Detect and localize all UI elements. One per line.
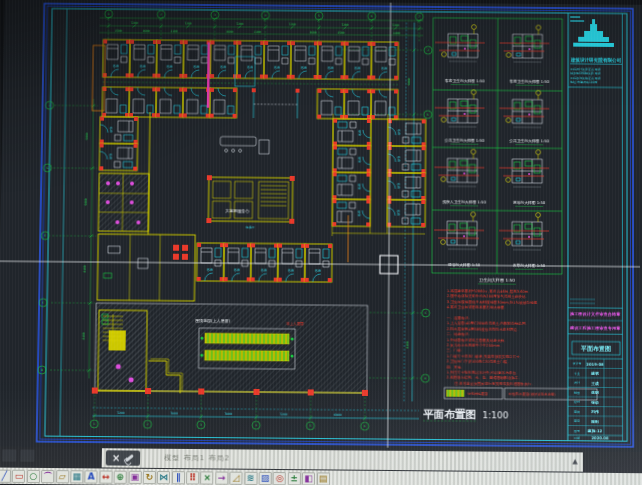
svg-text:3600: 3600 [143, 29, 150, 33]
spline-icon[interactable]: ≋ [244, 471, 257, 484]
svg-text:1: 1 [93, 422, 95, 426]
svg-text:2.图中墙体除注明外均为200厚加气混凝土砌块墙。: 2.图中墙体除注明外均为200厚加气混凝土砌块墙。 [447, 294, 529, 300]
svg-text:1: 1 [108, 12, 110, 16]
svg-text:7200: 7200 [184, 22, 191, 26]
move-icon[interactable]: → [215, 471, 228, 484]
offset-icon[interactable]: ∥ [172, 471, 185, 484]
svg-text:A: A [41, 368, 43, 372]
svg-text:9000: 9000 [85, 133, 89, 140]
svg-text:3: 3 [200, 423, 202, 427]
svg-text:G: G [427, 113, 429, 117]
svg-text:一、屋面做法:: 一、屋面做法: [447, 315, 470, 320]
svg-text:2: 2 [160, 13, 162, 17]
chamfer-icon[interactable]: ◿ [230, 471, 243, 484]
region-icon[interactable]: ▣ [128, 470, 141, 483]
svg-text:2.防水层采用4厚SBS改性沥青防水卷材两道。: 2.防水层采用4厚SBS改性沥青防水卷材两道。 [447, 326, 521, 332]
svg-text:6: 6 [364, 425, 366, 429]
array-icon[interactable]: ⠿ [186, 471, 199, 484]
svg-text:刘伟: 刘伟 [590, 410, 599, 415]
detail-caption: 布草间大样图 1:50 [513, 263, 546, 268]
svg-text:1.上人屋面:40厚C20细石混凝土,内配双向钢筋网。: 1.上人屋面:40厚C20细石混凝土,内配双向钢筋网。 [447, 321, 529, 327]
scroll-up-arrow[interactable]: ▲ [572, 457, 577, 465]
svg-text:1.门窗尺寸详见门窗表,安装前须核实洞口尺寸。: 1.门窗尺寸详见门窗表,安装前须核实洞口尺寸。 [446, 353, 523, 359]
solid-hatch-icon[interactable]: ▨ [259, 471, 272, 484]
svg-text:3.卫生间楼地面低于相邻楼地面30mm,找1%坡坡向地漏。: 3.卫生间楼地面低于相邻楼地面30mm,找1%坡坡向地漏。 [447, 299, 541, 305]
cad-canvas[interactable]: 客房 [0, 0, 642, 452]
ghost-icon [2, 449, 16, 461]
svg-text:7200: 7200 [236, 22, 243, 26]
svg-text:4.客房卫生间详图见本图右侧大样图。: 4.客房卫生间详图见本图右侧大样图。 [447, 304, 508, 310]
svg-text:绿化种植屋面: 绿化种植屋面 [467, 391, 488, 396]
svg-text:G: G [47, 166, 49, 170]
detail-caption: 淋浴间大样图 1:50 [513, 200, 546, 205]
plan-title: 平面布置图 1:100 [423, 408, 509, 422]
donut-icon[interactable]: ◎ [273, 471, 286, 484]
mirror-icon[interactable]: ⋈ [157, 470, 170, 483]
lobby-label: 大堂吧服务台 [225, 208, 249, 213]
svg-text:1500: 1500 [337, 31, 344, 35]
rotate-icon[interactable]: ↻ [143, 470, 156, 483]
svg-text:2019-08: 2019-08 [586, 362, 604, 367]
floating-toolbar: × [106, 450, 141, 465]
hatch-icon[interactable]: ▦ [70, 470, 83, 483]
svg-text:2: 2 [147, 423, 149, 427]
circle-icon[interactable]: ○ [27, 469, 40, 482]
svg-text:建筑: 建筑 [590, 371, 599, 376]
layer-icon[interactable]: ▤ [317, 472, 330, 485]
osnap-icon[interactable]: ⊕ [114, 470, 127, 483]
text-icon[interactable]: A [85, 470, 98, 483]
close-icon[interactable]: × [112, 453, 121, 463]
svg-text:2400: 2400 [393, 31, 400, 35]
plan-scale-text: 1:100 [482, 410, 508, 420]
svg-text:6: 6 [371, 15, 373, 19]
svg-text:7800: 7800 [170, 411, 178, 415]
svg-text:刚性防水屋面(做法详见总说明): 刚性防水屋面(做法详见总说明) [509, 392, 557, 397]
svg-text:2.女儿墙泛水高度不小于250mm。: 2.女儿墙泛水高度不小于250mm。 [447, 342, 504, 348]
svg-text:图号: 图号 [574, 429, 580, 433]
terrace-label: 屋顶花园(上人屋面) [195, 318, 231, 323]
svg-text:6900: 6900 [334, 413, 342, 417]
svg-text:2020.06: 2020.06 [591, 436, 609, 441]
wrench-icon[interactable] [125, 454, 134, 462]
svg-text:J: J [49, 104, 51, 108]
terrace-note: 非上人屋面 [286, 322, 304, 326]
svg-text:7: 7 [418, 15, 420, 19]
layout-tabs[interactable]: 模型 布局1 布局2 [164, 453, 230, 464]
core-label: 电梯厅 [246, 225, 255, 229]
polygon-icon[interactable]: ▱ [56, 470, 69, 483]
bottom-ui-area: × 模型 布局1 布局2 ▲ ╱ ▭ ○ ⌒ ▱ ▦ A ↔ ⊕ ▣ ↻ ⋈ ∥… [0, 446, 642, 485]
svg-text:2.卫生间门下设100高C20混凝土门槛。: 2.卫生间门下设100高C20混凝土门槛。 [446, 359, 510, 365]
detail-caption: 清洁间大样图 1:50 [448, 262, 481, 267]
svg-text:张华: 张华 [591, 400, 599, 405]
svg-text:日期: 日期 [574, 437, 580, 441]
svg-text:王成: 王成 [590, 381, 599, 386]
svg-text:注:未尽事宜按国家现行有关规范及标准图集执行。: 注:未尽事宜按国家现行有关规范及标准图集执行。 [454, 381, 535, 387]
monitor-photo: 客房 [0, 0, 642, 485]
svg-text:7200: 7200 [341, 23, 348, 27]
viewport-icon[interactable]: ◧ [302, 472, 315, 485]
svg-text:8400: 8400 [83, 265, 87, 272]
svg-text:7800: 7800 [224, 412, 232, 416]
erase-icon[interactable]: × [201, 471, 214, 484]
review-stamp: 建设工程施工图审查专用章 [569, 325, 621, 330]
svg-text:校对: 校对 [573, 400, 580, 404]
svg-text:J: J [427, 49, 429, 53]
svg-text:7200: 7200 [117, 411, 125, 415]
svg-text:E: E [44, 234, 46, 238]
stretch-icon[interactable]: ↔ [99, 470, 112, 483]
line-icon[interactable]: ╱ [0, 469, 11, 482]
svg-text:7200: 7200 [131, 22, 138, 26]
svg-text:1500: 1500 [115, 29, 122, 33]
svg-text:二、墙身做法:: 二、墙身做法: [447, 332, 470, 336]
svg-text:7200: 7200 [280, 412, 288, 416]
svg-text:7200: 7200 [289, 23, 296, 27]
rectangle-icon[interactable]: ▭ [12, 469, 25, 482]
arc-icon[interactable]: ⌒ [41, 469, 54, 482]
svg-text:8400: 8400 [405, 341, 409, 348]
ghost-icon [20, 450, 34, 462]
cad-application: 客房 [0, 0, 642, 485]
sheet-title: 平面布置图 [580, 345, 611, 353]
tolerance-icon[interactable]: ± [288, 472, 301, 485]
svg-text:9000: 9000 [84, 198, 88, 205]
svg-text:专业: 专业 [574, 372, 580, 376]
